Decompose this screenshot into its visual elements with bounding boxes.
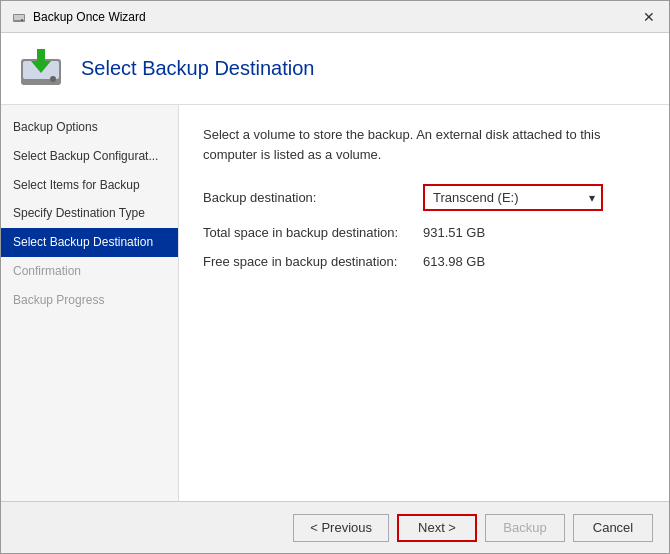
backup-destination-dropdown-wrapper[interactable]: Transcend (E:) — [423, 184, 603, 211]
body: Backup Options Select Backup Configurat.… — [1, 105, 669, 501]
backup-destination-label: Backup destination: — [203, 190, 423, 205]
title-bar-left: Backup Once Wizard — [11, 9, 146, 25]
sidebar-item-backup-progress: Backup Progress — [1, 286, 178, 315]
sidebar-item-specify-destination-type[interactable]: Specify Destination Type — [1, 199, 178, 228]
page-title: Select Backup Destination — [81, 57, 314, 80]
sidebar-item-select-items-for-backup[interactable]: Select Items for Backup — [1, 171, 178, 200]
app-icon — [11, 9, 27, 25]
svg-point-5 — [50, 76, 56, 82]
sidebar: Backup Options Select Backup Configurat.… — [1, 105, 179, 501]
backup-drive-icon — [17, 45, 65, 93]
title-bar-text: Backup Once Wizard — [33, 10, 146, 24]
total-space-label: Total space in backup destination: — [203, 225, 423, 240]
sidebar-item-confirmation: Confirmation — [1, 257, 178, 286]
total-space-row: Total space in backup destination: 931.5… — [203, 225, 645, 240]
description-text: Select a volume to store the backup. An … — [203, 125, 645, 164]
content: Select a volume to store the backup. An … — [179, 105, 669, 501]
backup-destination-row: Backup destination: Transcend (E:) — [203, 184, 645, 211]
sidebar-item-backup-options[interactable]: Backup Options — [1, 113, 178, 142]
footer: < Previous Next > Backup Cancel — [1, 501, 669, 553]
header-icon — [17, 45, 65, 93]
next-button[interactable]: Next > — [397, 514, 477, 542]
sidebar-item-select-backup-destination[interactable]: Select Backup Destination — [1, 228, 178, 257]
close-button[interactable]: ✕ — [639, 7, 659, 27]
svg-point-2 — [21, 19, 23, 21]
previous-button[interactable]: < Previous — [293, 514, 389, 542]
free-space-label: Free space in backup destination: — [203, 254, 423, 269]
free-space-row: Free space in backup destination: 613.98… — [203, 254, 645, 269]
cancel-button[interactable]: Cancel — [573, 514, 653, 542]
window: Backup Once Wizard ✕ Select Backup Desti… — [0, 0, 670, 554]
backup-button: Backup — [485, 514, 565, 542]
title-bar: Backup Once Wizard ✕ — [1, 1, 669, 33]
sidebar-item-select-backup-configuration[interactable]: Select Backup Configurat... — [1, 142, 178, 171]
header: Select Backup Destination — [1, 33, 669, 105]
free-space-value: 613.98 GB — [423, 254, 485, 269]
total-space-value: 931.51 GB — [423, 225, 485, 240]
backup-destination-dropdown[interactable]: Transcend (E:) — [423, 184, 603, 211]
